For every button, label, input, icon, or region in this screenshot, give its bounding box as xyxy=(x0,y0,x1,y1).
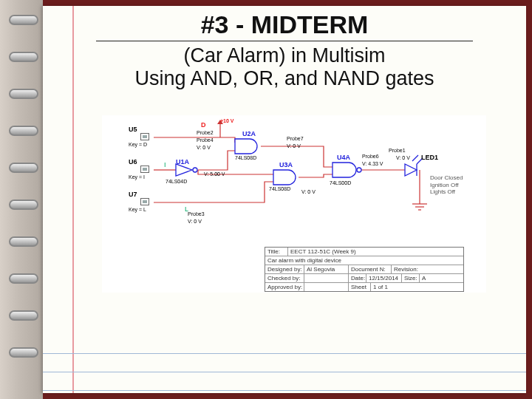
title-underline xyxy=(96,41,473,41)
ref-u1a: U1A xyxy=(176,158,189,166)
key-u5: Key = D xyxy=(129,142,147,147)
title-block: Title: EECT 112-51C (Week 9) Car alarm w… xyxy=(265,247,464,292)
gate-u3a xyxy=(273,170,296,185)
tb-size-label: Size: xyxy=(401,274,419,282)
gate-u4a xyxy=(332,163,361,177)
ref-u5: U5 xyxy=(129,126,137,133)
v0a: V: 0 V xyxy=(197,145,211,150)
gate-u2a xyxy=(235,139,257,154)
v0d: V: 0 V xyxy=(188,219,202,224)
page-title: #3 - MIDTERM xyxy=(43,10,526,39)
legend-lights: Lights Off xyxy=(430,188,463,196)
v433: V: 4.33 V xyxy=(362,161,383,166)
gate-u1a xyxy=(176,164,197,176)
ref-u4a: U4A xyxy=(337,154,350,161)
probe1: Probe1 xyxy=(389,148,406,153)
subtitle: (Car Alarm) in Multisim Using AND, OR, a… xyxy=(43,44,526,90)
svg-line-6 xyxy=(412,155,418,161)
margin-line xyxy=(72,6,74,393)
part-u3a: 74LS08D xyxy=(269,186,290,191)
tb-date-label: Date: xyxy=(348,274,366,282)
probe2: Probe2 xyxy=(197,130,214,135)
vdc: +10 V xyxy=(220,118,234,123)
v0b: V: 0 V xyxy=(287,143,301,149)
probe3: Probe3 xyxy=(188,211,205,216)
legend-door: Door Closed xyxy=(430,174,463,182)
tb-checked-label: Checked by: xyxy=(265,274,304,282)
ref-u3a: U3A xyxy=(279,161,293,168)
probe6: Probe6 xyxy=(362,154,379,159)
ref-u2a: U2A xyxy=(242,130,256,137)
v0c: V: 0 V xyxy=(301,189,316,194)
v0e: V: 0 V xyxy=(396,155,410,160)
led-legend: Door Closed Ignition Off Lights Off xyxy=(430,174,463,196)
rule-line xyxy=(43,390,526,391)
svg-point-4 xyxy=(357,168,361,172)
signal-i: I xyxy=(164,161,166,168)
switch-u5 xyxy=(140,133,149,140)
ref-u6: U6 xyxy=(129,158,137,166)
tb-desc: Car alarm with digital device xyxy=(265,256,463,265)
ref-u7: U7 xyxy=(129,191,137,198)
ref-led1: LED1 xyxy=(421,154,438,161)
tb-sheet-label: Sheet xyxy=(348,283,370,291)
tb-designed-value: Al Segovia xyxy=(304,265,348,273)
part-u4a: 74LS00D xyxy=(330,180,351,185)
tb-size-value: A xyxy=(419,274,463,282)
key-u6: Key = I xyxy=(129,174,145,180)
probe4: Probe4 xyxy=(197,137,214,143)
notebook-binding xyxy=(0,0,43,399)
key-u7: Key = L xyxy=(129,207,146,212)
subtitle-line1: (Car Alarm) in Multisim xyxy=(43,44,526,67)
tb-sheet-value: 1 of 1 xyxy=(370,283,463,291)
tb-approved-label: Approved by: xyxy=(265,283,304,291)
tb-designed-label: Designed by: xyxy=(265,265,304,273)
paper-page: #3 - MIDTERM (Car Alarm) in Multisim Usi… xyxy=(43,6,526,393)
rule-line xyxy=(43,353,526,354)
circuit-diagram: U5 Key = D U6 Key = I U7 Key = L D +10 V… xyxy=(102,115,486,293)
legend-ignition: Ignition Off xyxy=(430,182,463,189)
part-u2a: 74LS08D xyxy=(235,155,256,160)
part-u1a: 74LS04D xyxy=(166,179,187,184)
tb-title-value: EECT 112-51C (Week 9) xyxy=(287,248,463,256)
rule-line xyxy=(43,372,526,372)
switch-u7 xyxy=(140,198,149,205)
svg-point-3 xyxy=(193,168,197,172)
v5: V: 5.00 V xyxy=(204,171,225,177)
tb-date-value: 12/15/2014 xyxy=(366,274,401,282)
switch-u6 xyxy=(140,166,149,173)
tb-title-label: Title: xyxy=(265,248,287,256)
probe7: Probe7 xyxy=(287,136,304,141)
tb-doc-label: Document N: xyxy=(348,265,391,273)
signal-d: D xyxy=(201,121,206,129)
subtitle-line2: Using AND, OR, and NAND gates xyxy=(43,67,526,90)
tb-rev-label: Revision: xyxy=(391,265,463,273)
